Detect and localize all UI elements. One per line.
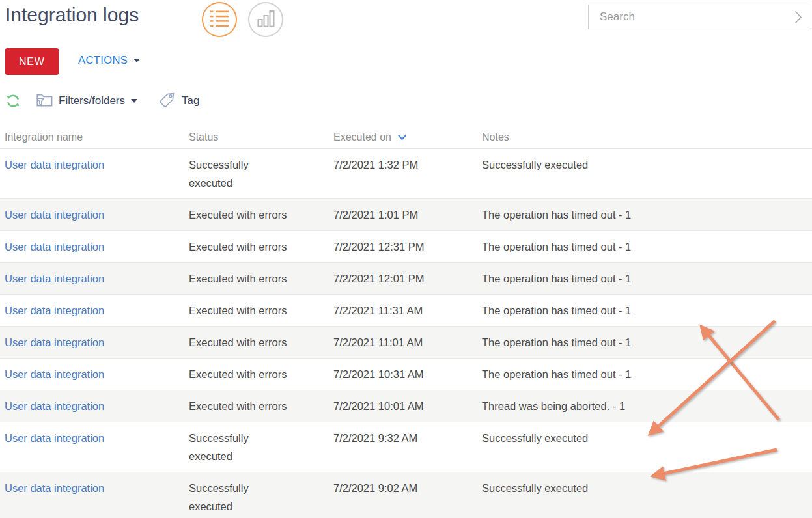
chevron-down-icon — [133, 59, 140, 62]
refresh-icon — [5, 93, 21, 109]
table-row[interactable]: User data integrationExecuted with error… — [0, 231, 812, 263]
executed-on-cell: 7/2/2021 10:01 AM — [333, 390, 482, 422]
notes-cell: Successfully executed — [482, 472, 812, 518]
actions-menu-button[interactable]: ACTIONS — [78, 54, 140, 66]
integration-name-link[interactable]: User data integration — [5, 305, 104, 316]
executed-on-cell: 7/2/2021 9:32 AM — [333, 422, 482, 472]
status-cell: Successfully executed — [189, 149, 333, 198]
integration-name-link[interactable]: User data integration — [5, 400, 104, 412]
search-input[interactable] — [589, 10, 786, 23]
filter-bar: Filters/folders Tag — [5, 91, 199, 111]
column-header-integration-name[interactable]: Integration name — [5, 131, 189, 143]
actions-label: ACTIONS — [78, 54, 128, 66]
column-header-executed-on[interactable]: Executed on — [333, 131, 482, 143]
executed-on-cell: 7/2/2021 12:01 PM — [333, 263, 482, 294]
search-submit-icon[interactable] — [786, 10, 811, 24]
bar-chart-icon — [257, 10, 275, 30]
executed-on-cell: 7/2/2021 11:31 AM — [333, 295, 482, 326]
list-view-toggle[interactable] — [202, 2, 237, 37]
status-cell: Executed with errors — [189, 199, 333, 230]
notes-cell: The operation has timed out - 1 — [482, 327, 812, 358]
analytics-view-toggle[interactable] — [248, 2, 283, 37]
integration-name-link[interactable]: User data integration — [5, 336, 104, 348]
tag-icon — [158, 92, 175, 110]
tag-button[interactable]: Tag — [158, 92, 199, 110]
sort-desc-icon — [398, 135, 406, 141]
notes-cell: Successfully executed — [482, 149, 812, 198]
notes-cell: The operation has timed out - 1 — [482, 263, 812, 294]
filters-folders-label: Filters/folders — [59, 94, 125, 107]
status-cell: Successfully executed — [189, 422, 333, 472]
notes-cell: The operation has timed out - 1 — [482, 231, 812, 262]
table-row[interactable]: User data integrationSuccessfully execut… — [0, 149, 812, 199]
page-title: Integration logs — [5, 4, 139, 26]
integration-name-link[interactable]: User data integration — [5, 368, 104, 380]
status-cell: Executed with errors — [189, 390, 333, 422]
notes-cell: Thread was being aborted. - 1 — [482, 390, 812, 422]
table-row[interactable]: User data integrationExecuted with error… — [0, 327, 812, 359]
column-header-status[interactable]: Status — [189, 131, 333, 143]
table-row[interactable]: User data integrationSuccessfully execut… — [0, 472, 812, 518]
notes-cell: The operation has timed out - 1 — [482, 295, 812, 326]
refresh-button[interactable] — [5, 93, 21, 109]
table-row[interactable]: User data integrationExecuted with error… — [0, 199, 812, 231]
status-cell: Executed with errors — [189, 295, 333, 326]
status-cell: Executed with errors — [189, 327, 333, 358]
table-row[interactable]: User data integrationSuccessfully execut… — [0, 422, 812, 472]
notes-cell: The operation has timed out - 1 — [482, 359, 812, 390]
list-icon — [210, 9, 229, 30]
integration-name-link[interactable]: User data integration — [5, 432, 104, 444]
table-row[interactable]: User data integrationExecuted with error… — [0, 390, 812, 422]
status-cell: Executed with errors — [189, 359, 333, 390]
status-cell: Executed with errors — [189, 263, 333, 294]
table-row[interactable]: User data integrationExecuted with error… — [0, 295, 812, 327]
executed-on-cell: 7/2/2021 10:31 AM — [333, 359, 482, 390]
executed-on-cell: 7/2/2021 11:01 AM — [333, 327, 482, 358]
column-header-notes[interactable]: Notes — [482, 131, 812, 143]
notes-cell: Successfully executed — [482, 422, 812, 472]
search-box — [588, 5, 811, 29]
table-row[interactable]: User data integrationExecuted with error… — [0, 263, 812, 295]
table-header: Integration name Status Executed on Note… — [0, 126, 812, 149]
status-cell: Successfully executed — [189, 472, 333, 518]
notes-cell: The operation has timed out - 1 — [482, 199, 812, 230]
executed-on-cell: 7/2/2021 1:32 PM — [333, 149, 482, 198]
tag-label: Tag — [182, 94, 199, 107]
status-cell: Executed with errors — [189, 231, 333, 262]
integration-name-link[interactable]: User data integration — [5, 209, 104, 221]
integration-name-link[interactable]: User data integration — [5, 159, 104, 170]
integration-name-link[interactable]: User data integration — [5, 482, 104, 494]
filter-folder-icon — [36, 93, 53, 109]
new-button[interactable]: NEW — [5, 48, 59, 75]
executed-on-cell: 7/2/2021 12:31 PM — [333, 231, 482, 262]
executed-on-cell: 7/2/2021 9:02 AM — [333, 472, 482, 518]
integration-name-link[interactable]: User data integration — [5, 241, 104, 252]
chevron-down-icon — [131, 99, 137, 103]
filters-folders-button[interactable]: Filters/folders — [36, 93, 137, 109]
table-body: User data integrationSuccessfully execut… — [0, 149, 812, 518]
integration-name-link[interactable]: User data integration — [5, 273, 104, 284]
integration-logs-page: Integration logs — [0, 0, 812, 518]
executed-on-cell: 7/2/2021 1:01 PM — [333, 199, 482, 230]
table-row[interactable]: User data integrationExecuted with error… — [0, 359, 812, 390]
